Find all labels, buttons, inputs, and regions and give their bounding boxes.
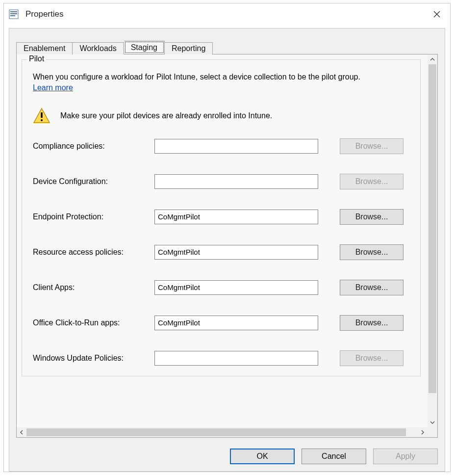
app-icon: [9, 9, 19, 19]
learn-more-link[interactable]: Learn more: [33, 83, 73, 92]
ok-button[interactable]: OK: [230, 449, 295, 464]
row-office-c2r-apps: Office Click-to-Run apps: Browse...: [33, 315, 409, 331]
label-endpoint-protection: Endpoint Protection:: [33, 212, 154, 221]
row-endpoint-protection: Endpoint Protection: Browse...: [33, 209, 409, 225]
hscroll-thumb[interactable]: [26, 428, 406, 436]
properties-dialog: Properties Enablement Workloads Staging …: [3, 3, 451, 472]
pilot-group: Pilot When you configure a workload for …: [22, 59, 421, 376]
content-panel: Pilot When you configure a workload for …: [17, 54, 428, 427]
svg-rect-1: [10, 11, 17, 12]
browse-compliance-policies[interactable]: Browse...: [340, 138, 404, 154]
scroll-viewport: Pilot When you configure a workload for …: [17, 54, 437, 437]
label-client-apps: Client Apps:: [33, 283, 154, 292]
tab-workloads[interactable]: Workloads: [73, 42, 124, 54]
window-title: Properties: [25, 9, 427, 19]
vscroll-track[interactable]: [428, 64, 437, 418]
row-device-configuration: Device Configuration: Browse...: [33, 174, 409, 189]
close-icon: [433, 11, 440, 18]
pilot-group-title: Pilot: [27, 54, 46, 63]
scroll-up-arrow-icon[interactable]: [428, 54, 437, 64]
input-windows-update-policies[interactable]: [154, 351, 318, 366]
scroll-corner: [428, 427, 437, 437]
scroll-left-arrow-icon[interactable]: [17, 427, 26, 437]
apply-button[interactable]: Apply: [373, 449, 438, 464]
scroll-right-arrow-icon[interactable]: [418, 427, 428, 437]
svg-rect-7: [41, 112, 42, 118]
client-area: Enablement Workloads Staging Reporting P…: [9, 28, 445, 472]
row-compliance-policies: Compliance policies: Browse...: [33, 138, 409, 154]
browse-client-apps[interactable]: Browse...: [340, 280, 404, 295]
svg-rect-3: [10, 15, 15, 16]
row-resource-access-policies: Resource access policies: Browse...: [33, 244, 409, 260]
browse-endpoint-protection[interactable]: Browse...: [340, 209, 404, 225]
browse-resource-access-policies[interactable]: Browse...: [340, 244, 404, 260]
label-office-c2r-apps: Office Click-to-Run apps:: [33, 318, 154, 327]
tab-enablement[interactable]: Enablement: [16, 42, 73, 54]
label-resource-access-policies: Resource access policies:: [33, 248, 154, 257]
tab-staging[interactable]: Staging: [124, 41, 165, 54]
row-windows-update-policies: Windows Update Policies: Browse...: [33, 350, 409, 366]
dialog-button-row: OK Cancel Apply: [9, 443, 445, 471]
scroll-down-arrow-icon[interactable]: [428, 418, 437, 427]
input-device-configuration[interactable]: [154, 174, 318, 189]
cancel-button[interactable]: Cancel: [302, 449, 366, 464]
hscroll-track[interactable]: [26, 427, 418, 437]
close-button[interactable]: [427, 5, 447, 23]
label-device-configuration: Device Configuration:: [33, 177, 154, 186]
svg-point-8: [41, 119, 43, 121]
browse-windows-update-policies[interactable]: Browse...: [340, 350, 404, 366]
vertical-scrollbar[interactable]: [428, 54, 437, 427]
tab-reporting[interactable]: Reporting: [165, 42, 213, 54]
tab-bar: Enablement Workloads Staging Reporting: [16, 39, 445, 54]
warning-icon: [33, 107, 50, 125]
title-bar: Properties: [4, 3, 450, 25]
input-client-apps[interactable]: [154, 280, 318, 295]
warning-row: Make sure your pilot devices are already…: [33, 107, 409, 125]
row-client-apps: Client Apps: Browse...: [33, 280, 409, 295]
input-resource-access-policies[interactable]: [154, 245, 318, 260]
browse-office-c2r-apps[interactable]: Browse...: [340, 315, 404, 331]
svg-rect-2: [10, 13, 17, 14]
horizontal-scrollbar[interactable]: [17, 427, 428, 437]
tab-page-staging: Pilot When you configure a workload for …: [16, 54, 438, 438]
input-office-c2r-apps[interactable]: [154, 316, 318, 330]
input-compliance-policies[interactable]: [154, 139, 318, 154]
browse-device-configuration[interactable]: Browse...: [340, 174, 404, 189]
pilot-description: When you configure a workload for Pilot …: [33, 72, 409, 82]
label-windows-update-policies: Windows Update Policies:: [33, 354, 154, 363]
vscroll-thumb[interactable]: [429, 64, 436, 393]
warning-text: Make sure your pilot devices are already…: [60, 111, 272, 120]
input-endpoint-protection[interactable]: [154, 210, 318, 224]
label-compliance-policies: Compliance policies:: [33, 142, 154, 151]
